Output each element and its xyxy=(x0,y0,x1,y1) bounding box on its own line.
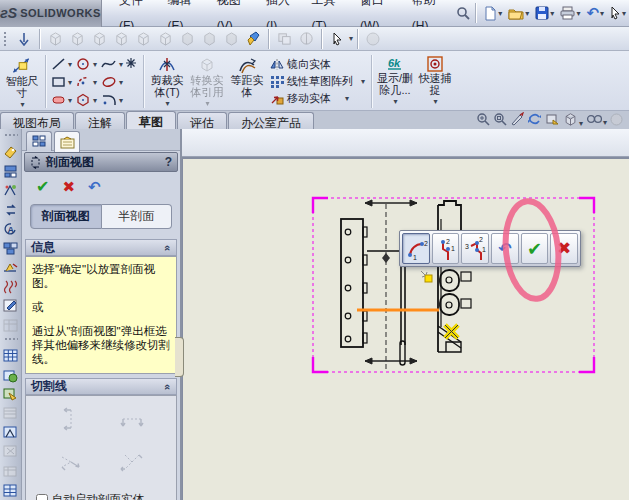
toolbar-grip[interactable] xyxy=(3,30,10,48)
appearance-icon[interactable] xyxy=(243,29,263,49)
dropdown-icon[interactable]: ▾ xyxy=(622,9,626,18)
smart-dimension-button[interactable]: 智能尺寸 ▾ xyxy=(2,53,42,110)
point-tool[interactable] xyxy=(125,53,140,110)
ellipse-tool[interactable]: ▾ xyxy=(99,73,125,91)
spline-tool[interactable]: ▾ xyxy=(99,55,125,73)
hide-show-items-icon[interactable]: ▾ xyxy=(586,113,607,128)
polygon-tool[interactable]: ▾ xyxy=(74,91,99,109)
trim-entities-button[interactable]: 剪裁实体(T) ▾ xyxy=(147,53,187,110)
ok-button[interactable]: ✔ xyxy=(36,177,49,196)
drawing-canvas[interactable]: 1 2 2 1 3 2 1 ↶ ✔ xyxy=(182,157,629,500)
note-tool-icon[interactable] xyxy=(2,144,20,161)
view-settings-icon[interactable] xyxy=(545,112,560,129)
dropdown-icon[interactable]: ▾ xyxy=(93,96,97,105)
property-manager-tab[interactable] xyxy=(54,131,80,152)
bom-table-icon[interactable] xyxy=(2,386,20,403)
dropdown-icon[interactable]: ▾ xyxy=(68,96,72,105)
left-plate-part[interactable] xyxy=(341,219,367,347)
dropdown-icon[interactable]: ▾ xyxy=(576,9,580,18)
swap-arrows-icon[interactable] xyxy=(2,201,20,218)
save-button[interactable]: ▾ xyxy=(533,3,556,23)
popup-ok-button[interactable]: ✔ xyxy=(521,233,549,264)
dropdown-icon[interactable]: ▾ xyxy=(579,119,583,128)
move-entities-button[interactable]: 移动实体 ▾ xyxy=(267,90,368,107)
linear-pattern-button[interactable]: 线性草图阵列 ▾ xyxy=(267,73,368,90)
dropdown-icon[interactable]: ▾ xyxy=(93,78,97,87)
dropdown-icon[interactable]: ▾ xyxy=(434,97,438,106)
view-selection-border[interactable] xyxy=(313,198,594,372)
dropdown-icon[interactable]: ▾ xyxy=(603,118,607,127)
open-document-button[interactable]: ▾ xyxy=(506,3,531,23)
feature-tree-tab[interactable] xyxy=(26,131,52,151)
weld-symbol-icon[interactable] xyxy=(2,259,20,276)
surface-finish-icon[interactable] xyxy=(2,182,20,199)
tab-annotation[interactable]: 注解 xyxy=(75,112,125,129)
pan-icon[interactable] xyxy=(510,112,524,129)
dropdown-icon[interactable]: ▾ xyxy=(119,96,123,105)
select-cursor-icon[interactable] xyxy=(327,29,347,49)
dropdown-icon[interactable]: ▾ xyxy=(20,100,24,109)
toolbar-grip[interactable] xyxy=(4,337,18,345)
dropdown-icon[interactable]: ▾ xyxy=(93,60,97,69)
dropdown-icon[interactable]: ▾ xyxy=(498,9,502,18)
fillet-tool[interactable]: ▾ xyxy=(99,91,125,109)
auto-start-section-checkbox[interactable] xyxy=(36,494,48,500)
dropdown-icon[interactable]: ▾ xyxy=(166,99,170,108)
dropdown-icon[interactable]: ▾ xyxy=(119,60,123,69)
dropdown-icon[interactable]: ▾ xyxy=(600,9,604,18)
rotate-view-icon[interactable] xyxy=(527,112,542,129)
display-style-icon[interactable]: ▾ xyxy=(563,112,583,129)
cancel-button[interactable]: ✖ xyxy=(62,178,75,196)
arc-offset-button[interactable]: 1 2 xyxy=(402,233,430,264)
print-button[interactable]: ▾ xyxy=(558,3,582,23)
auto-start-section-checkbox-row[interactable]: 自动启动剖面实体 xyxy=(26,490,176,500)
undo-button[interactable]: ↶ xyxy=(88,178,101,196)
hole-table-icon[interactable] xyxy=(2,367,20,384)
general-table-icon[interactable] xyxy=(2,482,20,499)
arc-tool[interactable]: ▾ xyxy=(74,73,99,91)
collapse-chevron-icon[interactable]: « xyxy=(162,244,174,250)
dropdown-icon[interactable]: ▾ xyxy=(394,97,398,106)
dropdown-icon[interactable]: ▾ xyxy=(525,9,529,18)
mode-tab-section-view[interactable]: 剖面视图 xyxy=(30,204,102,229)
tab-office-products[interactable]: 办公室产品 xyxy=(228,112,314,129)
quick-snaps-button[interactable]: 快速捕捉 ▾ xyxy=(415,53,455,110)
dropdown-icon[interactable]: ▾ xyxy=(68,78,72,87)
balloon-tool-icon[interactable] xyxy=(2,163,20,180)
zoom-fit-icon[interactable] xyxy=(476,112,490,129)
search-icon[interactable] xyxy=(455,3,472,23)
select-button[interactable]: ▾ xyxy=(608,3,628,23)
zoom-area-icon[interactable] xyxy=(493,112,507,129)
tab-sketch[interactable]: 草图 xyxy=(126,111,176,129)
popup-cancel-button[interactable]: ✖ xyxy=(550,233,578,264)
annotation-table-icon[interactable] xyxy=(2,424,20,441)
new-document-button[interactable]: ▾ xyxy=(481,3,504,24)
undo-button[interactable]: ↶ ▾ xyxy=(584,1,606,25)
mode-tab-half-section[interactable]: 半剖面 xyxy=(102,204,173,229)
line-tool[interactable]: ▾ xyxy=(49,55,74,73)
circle-tool[interactable]: ▾ xyxy=(74,55,99,73)
dropdown-icon[interactable]: ▾ xyxy=(349,34,353,43)
hatch-tool-icon[interactable] xyxy=(2,278,20,295)
toolbar-grip[interactable] xyxy=(4,133,18,141)
table-icon[interactable] xyxy=(2,347,20,364)
panel-collapse-handle[interactable] xyxy=(175,337,184,377)
edit-sketch-tool-icon[interactable] xyxy=(2,297,20,314)
dropdown-icon[interactable]: ▾ xyxy=(550,9,554,18)
slot-tool[interactable]: ▾ xyxy=(49,91,74,109)
cutting-line-section-header[interactable]: 切割线 « xyxy=(25,378,177,395)
drop-view-icon[interactable] xyxy=(14,29,34,49)
dropdown-icon[interactable]: ▾ xyxy=(345,94,349,103)
display-delete-relations-button[interactable]: 6k 显示/删除几... ▾ xyxy=(375,53,415,110)
rectangle-tool[interactable]: ▾ xyxy=(49,73,74,91)
dropdown-icon[interactable]: ▾ xyxy=(119,78,123,87)
mirror-entities-button[interactable]: 镜向实体 xyxy=(267,56,368,73)
collapse-chevron-icon[interactable]: « xyxy=(162,383,174,389)
popup-undo-button[interactable]: ↶ xyxy=(491,233,519,264)
note-a-icon[interactable]: A xyxy=(2,220,20,237)
tab-evaluate[interactable]: 评估 xyxy=(177,112,227,129)
double-offset-button[interactable]: 3 2 1 xyxy=(461,233,489,264)
single-offset-button[interactable]: 2 1 xyxy=(432,233,460,264)
offset-entities-button[interactable]: 等距实体 xyxy=(227,53,267,110)
help-icon[interactable]: ? xyxy=(165,155,172,169)
